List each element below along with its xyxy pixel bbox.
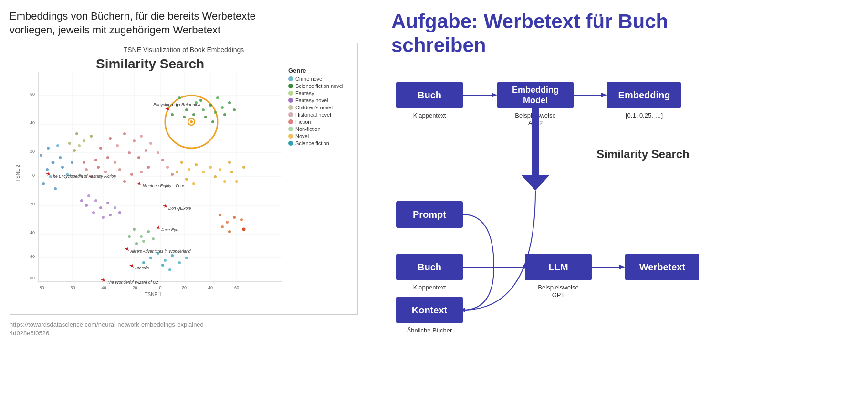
svg-point-136 <box>226 221 229 224</box>
svg-point-71 <box>99 147 102 150</box>
svg-point-67 <box>109 137 112 140</box>
svg-marker-159 <box>129 264 134 268</box>
svg-marker-153 <box>163 204 167 208</box>
tsne-scatter-plot: 60 40 20 0 -20 -40 -60 -80 -80 -60 -40 -… <box>15 67 292 301</box>
legend-color-crime <box>288 76 293 81</box>
svg-text:-20: -20 <box>131 285 137 290</box>
chart-container: TSNE Visualization of Book Embeddings Si… <box>10 43 358 315</box>
svg-point-126 <box>161 264 164 267</box>
svg-point-101 <box>219 168 221 171</box>
svg-point-118 <box>87 194 90 197</box>
svg-marker-157 <box>125 247 129 251</box>
svg-text:Don Quixote: Don Quixote <box>168 206 191 211</box>
svg-point-40 <box>54 187 57 190</box>
svg-point-145 <box>142 240 145 243</box>
svg-text:Embedding: Embedding <box>618 90 670 100</box>
svg-point-81 <box>130 173 133 176</box>
svg-text:The Encyclopedia of Fantasy Fi: The Encyclopedia of Fantasy Fiction <box>51 174 116 179</box>
svg-text:Model: Model <box>523 96 548 105</box>
svg-point-36 <box>46 168 49 171</box>
svg-point-44 <box>40 154 42 157</box>
svg-point-51 <box>192 113 195 116</box>
svg-text:Buch: Buch <box>418 262 441 272</box>
svg-point-48 <box>185 108 188 111</box>
svg-point-123 <box>178 261 181 264</box>
svg-marker-171 <box>492 93 497 97</box>
legend-item-nonfiction: Non-fiction <box>288 126 355 132</box>
svg-text:Alice's Adventures in Wonderla: Alice's Adventures in Wonderland <box>130 249 191 254</box>
svg-point-104 <box>228 161 231 164</box>
svg-point-116 <box>102 216 105 219</box>
svg-marker-161 <box>101 278 105 282</box>
svg-point-134 <box>68 142 71 145</box>
legend-item-fiction: Fiction <box>288 119 355 125</box>
svg-text:60: 60 <box>234 285 239 290</box>
svg-text:-80: -80 <box>29 276 35 280</box>
svg-text:Embedding: Embedding <box>512 85 559 95</box>
svg-point-59 <box>211 120 214 123</box>
svg-point-107 <box>235 180 238 183</box>
svg-point-57 <box>178 96 181 99</box>
svg-point-97 <box>202 171 205 173</box>
chart-legend: Genre Crime novel Science fiction novel … <box>288 67 355 148</box>
svg-point-46 <box>56 144 59 147</box>
legend-item-children: Children's novel <box>288 105 355 110</box>
svg-text:Buch: Buch <box>418 90 441 100</box>
svg-text:GPT: GPT <box>552 291 565 299</box>
svg-point-141 <box>242 228 246 231</box>
svg-marker-151 <box>136 182 141 185</box>
svg-point-75 <box>114 161 116 164</box>
svg-point-83 <box>104 171 107 173</box>
svg-text:Prompt: Prompt <box>413 209 446 220</box>
svg-text:-60: -60 <box>29 254 35 259</box>
svg-point-90 <box>166 166 169 169</box>
svg-point-143 <box>140 235 143 238</box>
svg-text:TSNE 2: TSNE 2 <box>15 165 21 182</box>
svg-point-92 <box>147 166 150 169</box>
svg-point-68 <box>116 144 119 147</box>
svg-text:Nineteen Eighty – Four: Nineteen Eighty – Four <box>143 183 185 188</box>
svg-point-94 <box>180 161 183 164</box>
svg-marker-199 <box>619 265 625 269</box>
svg-text:Ähnliche Bücher: Ähnliche Bücher <box>407 327 452 334</box>
svg-text:20: 20 <box>182 285 187 290</box>
legend-item-novel: Novel <box>288 133 355 139</box>
svg-text:Jane Eyre: Jane Eyre <box>161 227 180 232</box>
svg-point-111 <box>99 206 102 209</box>
legend-label-nonfiction: Non-fiction <box>295 126 321 132</box>
svg-point-63 <box>216 96 219 99</box>
svg-text:Klappentext: Klappentext <box>413 284 446 291</box>
svg-point-133 <box>73 149 76 152</box>
svg-point-139 <box>228 230 231 233</box>
svg-point-147 <box>152 237 155 240</box>
svg-text:Similarity Search: Similarity Search <box>596 148 690 161</box>
svg-text:Beispielsweise: Beispielsweise <box>538 284 578 291</box>
svg-point-135 <box>219 214 221 216</box>
legend-label-fantasy-novel: Fantasy novel <box>295 97 328 103</box>
svg-point-72 <box>140 135 143 138</box>
legend-item-fantasy: Fantasy <box>288 90 355 96</box>
flow-diagram: Buch Klappentext Embedding Model Beispie… <box>391 72 859 335</box>
svg-text:Werbetext: Werbetext <box>639 262 686 272</box>
legend-color-nonfiction <box>288 127 293 131</box>
svg-point-34 <box>190 120 193 123</box>
svg-point-61 <box>223 113 226 116</box>
svg-text:Dracula: Dracula <box>135 266 149 270</box>
svg-text:0: 0 <box>159 285 161 290</box>
svg-point-82 <box>123 180 126 183</box>
svg-point-64 <box>233 108 236 111</box>
right-panel: Aufgabe: Werbetext für Buch schreiben Bu… <box>367 10 859 397</box>
svg-point-35 <box>52 161 55 164</box>
svg-point-78 <box>145 149 147 152</box>
svg-point-106 <box>230 171 233 173</box>
svg-point-144 <box>147 230 150 233</box>
svg-point-140 <box>240 218 243 221</box>
svg-point-142 <box>133 228 136 231</box>
svg-point-41 <box>61 166 64 169</box>
svg-text:40: 40 <box>208 285 213 290</box>
diagram-svg: Buch Klappentext Embedding Model Beispie… <box>391 72 859 335</box>
svg-point-70 <box>133 139 136 142</box>
legend-label-novel: Novel <box>295 133 309 139</box>
svg-point-146 <box>135 242 138 245</box>
legend-color-scifi <box>288 141 293 146</box>
